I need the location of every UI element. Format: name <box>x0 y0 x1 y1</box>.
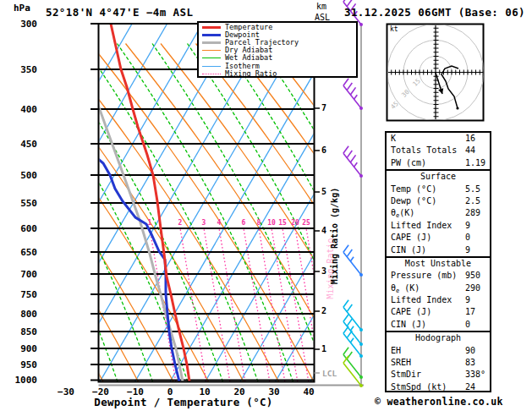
pressure-tick-label: 700 <box>7 269 37 280</box>
table-row-label: θe(K) <box>387 207 465 219</box>
wind-barb-feather <box>343 300 348 308</box>
table-row-label: Dewp (°C) <box>387 195 465 207</box>
wind-barb-feather <box>347 319 352 326</box>
legend-box: TemperatureDewpointParcel TrajectoryDry … <box>197 21 358 78</box>
wind-barb-base-dot <box>359 384 363 387</box>
mixing-ratio-value-label: 4 <box>211 219 228 227</box>
wind-barb-base-dot <box>359 273 363 277</box>
table-row: CIN (J)0 <box>387 319 490 331</box>
table-row-value: 9 <box>465 220 490 232</box>
temperature-tick-label: 40 <box>290 386 327 397</box>
wind-barb-shaft <box>343 153 361 176</box>
pressure-unit-label: hPa <box>14 3 30 14</box>
mixing-ratio-value-label: 6 <box>235 219 252 227</box>
wind-barb <box>343 348 363 379</box>
wind-barb-base-dot <box>359 342 363 346</box>
table-row-value: 1.19 <box>465 157 490 169</box>
datetime-title: 31.12.2025 06GMT (Base: 06) <box>344 6 525 19</box>
legend-line-sample <box>202 34 221 36</box>
pressure-tick-label: 950 <box>7 359 37 370</box>
wind-barb-feather <box>350 155 355 162</box>
table-row-value: 0 <box>465 232 490 244</box>
table-row-label: Totals Totals <box>387 145 465 156</box>
table-row-value: 950 <box>465 270 490 282</box>
table-row-value: 289 <box>465 207 490 219</box>
pressure-tick-label: 750 <box>7 289 37 300</box>
legend-item: Mixing Ratio <box>202 70 356 78</box>
table-row-value: 338° <box>465 369 490 381</box>
legend-item-label: Mixing Ratio <box>225 70 277 78</box>
wind-barb-shaft <box>343 252 361 275</box>
wind-barb-base-dot <box>359 174 363 178</box>
wind-barb-base-dot <box>359 375 363 379</box>
altitude-tick-label: 1 <box>321 344 335 353</box>
table-row-label: θe (K) <box>387 282 465 294</box>
legend-line-sample <box>202 74 221 74</box>
wind-barb-feather <box>343 348 348 355</box>
theta-e-subscript: e <box>396 212 399 219</box>
wind-barb-base-dot <box>359 354 363 358</box>
wind-barb-feather <box>350 338 354 342</box>
table-row: θe (K)290 <box>387 282 490 294</box>
table-row: CAPE (J)0 <box>387 232 490 244</box>
table-row-label: StmDir <box>387 369 465 381</box>
pressure-tick-label: 350 <box>7 64 37 75</box>
legend-line-sample <box>202 58 221 58</box>
mixing-ratio-value-label: 25 <box>298 219 315 227</box>
table-row: Lifted Index9 <box>387 294 490 306</box>
pressure-tick-label: 850 <box>7 326 37 337</box>
hodograph-trace-start-dot <box>456 107 458 109</box>
pressure-tick-label: 300 <box>7 19 37 30</box>
wind-barb-feather <box>347 304 352 312</box>
mixing-ratio-value-label: 3 <box>195 219 212 227</box>
pressure-tick-label: 400 <box>7 104 37 115</box>
copyright-text: © weatheronline.co.uk <box>375 396 503 408</box>
table-row-value: 5.5 <box>465 184 490 195</box>
wind-barb-feather <box>350 326 354 331</box>
table-row-label: Pressure (mb) <box>387 270 465 282</box>
wind-barb-feather <box>343 326 348 334</box>
table-row: PW (cm)1.19 <box>387 157 490 169</box>
wind-barb-feather <box>347 249 352 257</box>
hodograph-unit-label: kt <box>390 25 398 33</box>
table-row-label: SREH <box>387 357 465 369</box>
table-row: CAPE (J)17 <box>387 306 490 318</box>
table-row-label: CAPE (J) <box>387 232 465 244</box>
wind-barb-feather <box>343 245 348 253</box>
wind-barb-feather <box>347 151 352 158</box>
table-row-value: 16 <box>465 133 490 145</box>
wind-barb-feather <box>347 83 352 90</box>
wind-barb-feather <box>343 79 348 86</box>
table-row-label: EH <box>387 345 465 357</box>
table-section: SurfaceTemp (°C)5.5Dewp (°C)2.5θe(K)289L… <box>387 169 490 256</box>
table-row: Lifted Index9 <box>387 220 490 232</box>
table-row: StmDir338° <box>387 369 490 381</box>
table-row-label: K <box>387 133 465 145</box>
table-row-value: 9 <box>465 244 490 256</box>
table-row: Pressure (mb)950 <box>387 270 490 282</box>
station-title: 52°18'N 4°47'E −4m ASL <box>46 6 193 19</box>
skewt-sounding-app: hPa 52°18'N 4°47'E −4m ASL 31.12.2025 06… <box>0 0 532 411</box>
lcl-marker-label: LCL <box>322 369 337 378</box>
table-row-label: CIN (J) <box>387 319 465 331</box>
wind-barb-feather <box>343 315 348 322</box>
pressure-tick-label: 500 <box>7 170 37 181</box>
table-section-title: Hodograph <box>387 332 490 344</box>
wind-barb-feather <box>350 87 355 95</box>
table-section: HodographEH90SREH83StmDir338°StmSpd (kt)… <box>387 331 490 393</box>
table-row-value: 2.5 <box>465 195 490 207</box>
table-row-value: 9 <box>465 294 490 306</box>
pressure-tick-label: 600 <box>7 223 37 234</box>
mixing-ratio-value-label: 2 <box>172 219 189 227</box>
table-row: CIN (J)9 <box>387 244 490 256</box>
table-row-value: 83 <box>465 357 490 369</box>
wind-barb-feather <box>347 331 352 338</box>
pressure-tick-label: 800 <box>7 309 37 320</box>
km-axis-word: km <box>316 2 326 11</box>
table-row-label: Temp (°C) <box>387 184 465 195</box>
table-row: K16 <box>387 133 490 145</box>
x-axis-caption: Dewpoint / Temperature (°C) <box>73 396 294 408</box>
table-row-label: StmSpd (kt) <box>387 381 465 393</box>
table-section-title: Most Unstable <box>387 258 490 270</box>
table-row-label: Lifted Index <box>387 294 465 306</box>
